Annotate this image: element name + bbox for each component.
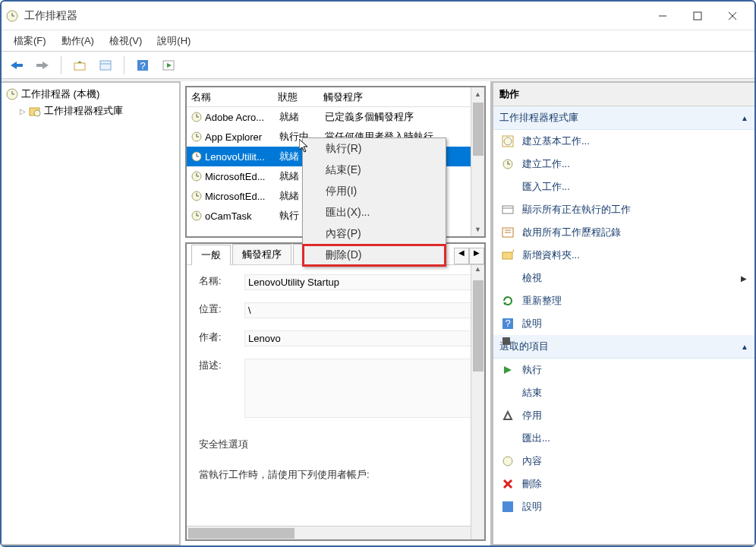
task-row[interactable]: Adobe Acro...就緒已定義多個觸發程序 xyxy=(187,107,484,127)
action-help-partial[interactable]: 設明 xyxy=(493,495,754,518)
actions-group-library[interactable]: 工作排程器程式庫 ▲ xyxy=(493,106,754,130)
action-refresh[interactable]: 重新整理 xyxy=(493,289,754,312)
clock-icon xyxy=(191,210,202,221)
svg-marker-58 xyxy=(504,412,512,419)
menu-help[interactable]: 說明(H) xyxy=(150,31,198,51)
svg-point-59 xyxy=(503,457,512,466)
security-account-text: 當執行工作時，請使用下列使用者帳戶: xyxy=(199,468,472,482)
action-export-label: 匯出... xyxy=(522,432,550,445)
action-refresh-label: 重新整理 xyxy=(522,294,562,308)
action-help[interactable]: ? 說明 xyxy=(493,312,754,335)
minimize-button[interactable] xyxy=(645,5,680,27)
action-delete-label: 刪除 xyxy=(522,477,542,491)
up-button[interactable] xyxy=(69,55,90,76)
action-end-label: 結束 xyxy=(522,386,542,400)
maximize-button[interactable] xyxy=(680,5,715,27)
menu-action[interactable]: 動作(A) xyxy=(54,31,102,51)
clock-icon xyxy=(191,131,202,142)
value-desc xyxy=(244,359,472,418)
toolbar-separator xyxy=(124,56,124,74)
nav-back-button[interactable] xyxy=(6,55,27,76)
tab-scroll-left[interactable]: ◀ xyxy=(454,248,469,264)
run-button[interactable] xyxy=(158,55,179,76)
label-location: 位置: xyxy=(199,302,244,316)
menu-file[interactable]: 檔案(F) xyxy=(6,31,54,51)
history-icon xyxy=(501,226,515,239)
folder-clock-icon xyxy=(29,105,41,117)
nav-forward-button[interactable] xyxy=(32,55,53,76)
help-icon xyxy=(501,501,515,513)
svg-marker-7 xyxy=(11,62,23,69)
action-create-basic[interactable]: 建立基本工作... xyxy=(493,130,754,153)
column-trigger[interactable]: 觸發程序 xyxy=(323,90,484,104)
ctx-delete[interactable]: 刪除(D) xyxy=(303,245,446,266)
tab-general[interactable]: 一般 xyxy=(191,245,231,265)
help-button[interactable]: ? xyxy=(132,55,153,76)
action-view-label: 檢視 xyxy=(522,271,542,285)
action-create-label: 建立工作... xyxy=(522,157,570,171)
task-status: 就緒 xyxy=(279,110,325,124)
action-enable-history-label: 啟用所有工作歷程記錄 xyxy=(522,226,621,239)
task-name: App Explorer xyxy=(205,131,262,143)
svg-text:?: ? xyxy=(505,318,510,329)
action-enable-history[interactable]: 啟用所有工作歷程記錄 xyxy=(493,221,754,244)
tree-library[interactable]: ▷ 工作排程器程式庫 xyxy=(5,103,176,119)
action-disable[interactable]: 停用 xyxy=(493,404,754,427)
titlebar: 工作排程器 xyxy=(2,2,754,30)
svg-point-21 xyxy=(34,110,40,116)
menu-view[interactable]: 檢視(V) xyxy=(102,31,150,51)
column-name[interactable]: 名稱 xyxy=(187,90,278,104)
action-view[interactable]: 檢視 ▶ xyxy=(493,267,754,289)
task-name: MicrosoftEd... xyxy=(205,171,265,182)
svg-point-42 xyxy=(504,138,512,145)
tree-library-label: 工作排程器程式庫 xyxy=(44,104,123,118)
tree-root[interactable]: 工作排程器 (本機) xyxy=(5,86,176,103)
vertical-scrollbar[interactable]: ▲ ▼ xyxy=(471,87,484,236)
action-create[interactable]: 建立工作... xyxy=(493,153,754,175)
action-import[interactable]: 匯入工作... xyxy=(493,175,754,198)
action-run[interactable]: 執行 xyxy=(493,359,754,381)
ctx-properties[interactable]: 內容(P) xyxy=(303,223,446,245)
new-folder-icon: ✶ xyxy=(501,249,515,261)
ctx-disable[interactable]: 停用(I) xyxy=(303,181,446,202)
action-properties[interactable]: 內容 xyxy=(493,450,754,473)
action-end[interactable]: 結束 xyxy=(493,381,754,404)
svg-rect-4 xyxy=(694,12,701,20)
svg-rect-62 xyxy=(502,501,513,512)
svg-rect-9 xyxy=(74,63,85,70)
tab-scroll-right[interactable]: ▶ xyxy=(469,248,484,264)
detail-vertical-scrollbar[interactable]: ▲ xyxy=(471,265,484,539)
tree-root-label: 工作排程器 (本機) xyxy=(21,87,99,101)
task-name: MicrosoftEd... xyxy=(205,191,265,202)
close-button[interactable] xyxy=(715,5,750,27)
task-trigger: 已定義多個觸發程序 xyxy=(325,110,483,124)
refresh-icon xyxy=(501,295,515,307)
ctx-end[interactable]: 結束(E) xyxy=(303,160,446,181)
context-menu: 執行(R) 結束(E) 停用(I) 匯出(X)... 內容(P) 刪除(D) xyxy=(302,138,446,267)
ctx-export[interactable]: 匯出(X)... xyxy=(303,202,446,223)
action-help-label: 說明 xyxy=(522,317,542,330)
action-properties-label: 內容 xyxy=(522,454,542,468)
action-show-running[interactable]: 顯示所有正在執行的工作 xyxy=(493,198,754,221)
toolbar-separator xyxy=(61,56,61,74)
clock-icon xyxy=(191,151,202,162)
submenu-arrow-icon: ▶ xyxy=(741,274,747,283)
properties-button[interactable] xyxy=(95,55,116,76)
action-export[interactable]: 匯出... xyxy=(493,427,754,450)
tab-triggers[interactable]: 觸發程序 xyxy=(232,244,291,264)
show-running-icon xyxy=(501,204,515,216)
action-new-folder[interactable]: ✶ 新增資料夾... xyxy=(493,244,754,267)
collapse-icon[interactable]: ▲ xyxy=(741,343,748,351)
action-create-basic-label: 建立基本工作... xyxy=(522,134,590,148)
security-options-label: 安全性選項 xyxy=(199,438,472,451)
ctx-run[interactable]: 執行(R) xyxy=(303,138,446,160)
collapse-icon[interactable]: ▲ xyxy=(741,114,748,122)
action-delete[interactable]: 刪除 xyxy=(493,473,754,495)
help-icon: ? xyxy=(501,318,515,330)
expand-icon[interactable]: ▷ xyxy=(20,107,26,115)
column-status[interactable]: 狀態 xyxy=(278,90,323,104)
detail-horizontal-scrollbar[interactable] xyxy=(187,526,471,539)
action-import-label: 匯入工作... xyxy=(522,180,570,194)
disable-icon xyxy=(501,410,515,421)
actions-group-selected[interactable]: 選取的項目 ▲ xyxy=(493,335,754,359)
